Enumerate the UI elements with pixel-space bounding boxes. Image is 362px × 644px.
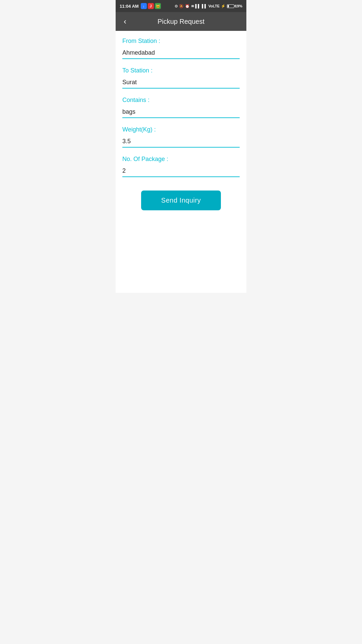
charging-icon: ⚡ (221, 4, 226, 8)
status-app-icons: ↓ J 🐱 (141, 3, 161, 9)
header: ‹ Pickup Request (116, 12, 246, 31)
to-station-label: To Station : (122, 67, 240, 74)
to-station-input[interactable] (122, 77, 240, 89)
package-input[interactable] (122, 166, 240, 177)
contains-label: Contains : (122, 97, 240, 104)
package-group: No. Of Package : (122, 156, 240, 177)
battery-icon (227, 4, 234, 8)
contains-input[interactable] (122, 107, 240, 118)
page-title: Pickup Request (158, 18, 204, 25)
battery-container: 19% (227, 4, 242, 8)
form-content: From Station : To Station : Contains : W… (116, 31, 246, 293)
volte-label: VoLTE (208, 4, 220, 8)
package-label: No. Of Package : (122, 156, 240, 163)
send-inquiry-button[interactable]: Send Inquiry (141, 191, 221, 210)
status-left: 11:04 AM ↓ J 🐱 (120, 3, 161, 9)
weight-group: Weight(Kg) : (122, 126, 240, 148)
back-button[interactable]: ‹ (121, 14, 129, 29)
from-station-label: From Station : (122, 38, 240, 45)
signal-icon-2: ▌▌ (202, 4, 207, 8)
back-icon: ‹ (124, 17, 126, 26)
from-station-input[interactable] (122, 48, 240, 59)
app-icon-1: ↓ (141, 3, 147, 9)
status-bar: 11:04 AM ↓ J 🐱 ⊙ 🔕 ⏰ ≋ ▌▌ ▌▌ VoLTE ⚡ 19% (116, 0, 246, 12)
to-station-group: To Station : (122, 67, 240, 89)
location-icon: ⊙ (175, 4, 178, 8)
app-icon-2: J (148, 3, 154, 9)
weight-label: Weight(Kg) : (122, 126, 240, 133)
from-station-group: From Station : (122, 38, 240, 59)
app-icon-3: 🐱 (155, 3, 161, 9)
alarm-icon: ⏰ (185, 4, 190, 8)
battery-level (228, 5, 229, 7)
wifi-icon: ≋ (191, 4, 194, 8)
status-time: 11:04 AM (120, 4, 139, 9)
signal-icon-1: ▌▌ (195, 4, 201, 8)
weight-input[interactable] (122, 137, 240, 148)
mute-icon: 🔕 (179, 4, 184, 8)
battery-percent: 19% (235, 4, 242, 8)
contains-group: Contains : (122, 97, 240, 118)
status-right: ⊙ 🔕 ⏰ ≋ ▌▌ ▌▌ VoLTE ⚡ 19% (175, 4, 242, 8)
